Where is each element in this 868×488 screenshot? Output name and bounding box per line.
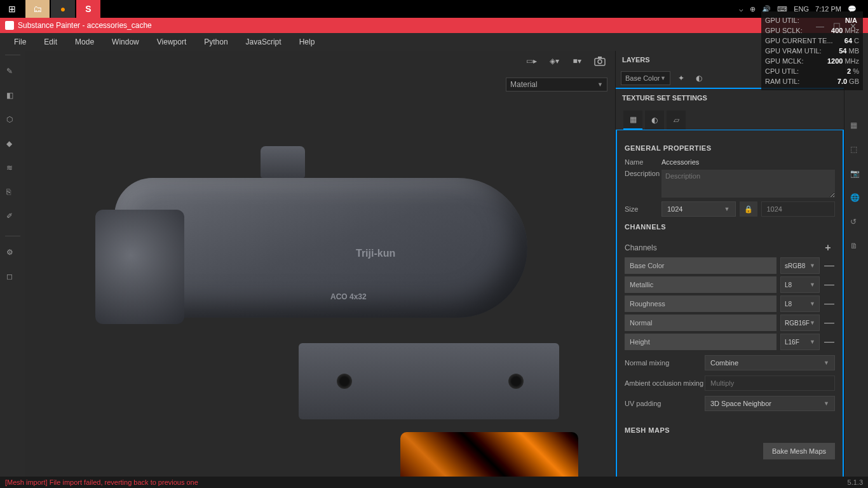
svg-point-1 xyxy=(598,60,602,64)
name-label: Name xyxy=(625,158,661,166)
menu-help[interactable]: Help xyxy=(290,37,324,46)
remove-channel-button[interactable]: — xyxy=(824,298,835,309)
channel-name[interactable]: Roughness xyxy=(625,295,776,312)
screenshot-icon[interactable] xyxy=(592,53,607,69)
tss-panel-header: TEXTURE SET SETTINGS xyxy=(616,89,844,107)
remove-channel-button[interactable]: — xyxy=(824,260,835,271)
description-label: Description xyxy=(625,170,661,177)
effects-icon[interactable]: ✦ xyxy=(674,71,688,85)
ao-mixing-label: Ambient occlusion mixing xyxy=(625,379,705,387)
size-value: 1024 xyxy=(667,205,682,213)
chevron-down-icon: ▼ xyxy=(824,400,829,407)
menu-file[interactable]: File xyxy=(5,37,35,46)
projection-tool-icon[interactable]: ⬡ xyxy=(6,115,19,128)
bake-tool-icon[interactable]: ◻ xyxy=(6,272,19,285)
eyedropper-tool-icon[interactable]: ✐ xyxy=(6,212,19,224)
menu-window[interactable]: Window xyxy=(103,37,148,46)
uv-padding-dropdown[interactable]: 3D Space Neighbor ▼ xyxy=(705,396,835,411)
ov-value: 7.0 xyxy=(837,78,847,85)
maximize-button[interactable]: ☐ xyxy=(833,22,841,31)
ov-label: GPU SCLK: xyxy=(765,27,803,34)
app-icon xyxy=(5,21,14,30)
add-channel-button[interactable]: + xyxy=(821,241,835,255)
channel-format-dropdown[interactable]: L16F▼ xyxy=(780,334,820,350)
ov-label: GPU VRAM UTIL: xyxy=(765,47,822,55)
channel-row: Height L16F▼ — xyxy=(625,334,835,350)
smudge-tool-icon[interactable]: ≋ xyxy=(6,163,19,176)
substance-painter-task-icon[interactable]: S xyxy=(76,0,100,18)
ov-label: GPU MCLK: xyxy=(765,57,804,65)
camera-settings-icon[interactable]: 📷 xyxy=(850,169,863,182)
window-title: Substance Painter - accessories_cache xyxy=(18,21,152,30)
channel-name[interactable]: Base Color xyxy=(625,257,776,274)
size-dropdown[interactable]: 1024 ▼ xyxy=(661,201,736,217)
bake-mesh-maps-button[interactable]: Bake Mesh Maps xyxy=(763,443,835,459)
window-titlebar: Substance Painter - accessories_cache xyxy=(0,18,868,33)
close-button[interactable]: ✕ xyxy=(850,22,857,31)
tss-tab-sphere[interactable]: ◐ xyxy=(645,111,664,130)
remove-channel-button[interactable]: — xyxy=(824,336,835,348)
display-mode-icon[interactable]: ◈▾ xyxy=(546,53,562,69)
general-heading: GENERAL PROPERTIES xyxy=(625,144,835,152)
chevron-down-icon: ▼ xyxy=(810,301,815,307)
settings-tool-icon[interactable]: ⚙ xyxy=(6,248,19,261)
ov-label: RAM UTIL: xyxy=(765,78,799,85)
menu-viewport[interactable]: Viewport xyxy=(148,37,195,46)
layers-channel-dropdown[interactable]: Base Color ▼ xyxy=(621,71,670,85)
channel-name[interactable]: Normal xyxy=(625,315,776,331)
menu-edit[interactable]: Edit xyxy=(35,37,66,46)
start-button[interactable]: ⊞ xyxy=(0,0,24,18)
display-settings-icon[interactable]: ▦ xyxy=(850,121,863,133)
remove-channel-button[interactable]: — xyxy=(824,279,835,290)
channel-name[interactable]: Metallic xyxy=(625,276,776,293)
menu-python[interactable]: Python xyxy=(195,37,236,46)
channel-name[interactable]: Height xyxy=(625,334,776,350)
material-dropdown-label: Material xyxy=(510,80,538,89)
mask-icon[interactable]: ◐ xyxy=(692,71,706,85)
channel-format-dropdown[interactable]: L8▼ xyxy=(780,276,820,293)
channels-heading: CHANNELS xyxy=(625,223,835,231)
status-message: [Mesh import] File import failed, revert… xyxy=(5,478,198,486)
minimize-button[interactable]: — xyxy=(816,22,824,31)
uv-padding-label: UV padding xyxy=(625,400,705,407)
menu-javascript[interactable]: JavaScript xyxy=(237,37,290,46)
shader-settings-icon[interactable]: ⬚ xyxy=(850,145,863,158)
network-icon[interactable]: ⊕ xyxy=(750,5,756,13)
menu-mode[interactable]: Mode xyxy=(66,37,103,46)
normal-mixing-label: Normal mixing xyxy=(625,359,705,367)
polyfill-tool-icon[interactable]: ◆ xyxy=(6,139,19,152)
remove-channel-button[interactable]: — xyxy=(824,317,835,329)
chevron-down-icon: ▼ xyxy=(724,206,730,212)
channel-format-dropdown[interactable]: L8▼ xyxy=(780,295,820,312)
chevron-down-icon: ▼ xyxy=(810,320,815,326)
name-value: Accessories xyxy=(661,158,699,166)
viewport-3d[interactable]: ▭▸ ◈▾ ■▾ Material ▼ Triji-kun ACO 4x32 xyxy=(25,51,615,488)
tss-tab-main[interactable]: ▦ xyxy=(623,111,642,130)
eraser-tool-icon[interactable]: ◧ xyxy=(6,91,19,104)
log-icon[interactable]: 🗎 xyxy=(850,241,863,254)
file-explorer-icon[interactable]: 🗂 xyxy=(25,0,50,18)
chevron-up-icon[interactable]: ⌵ xyxy=(739,5,743,13)
firefox-icon[interactable]: ● xyxy=(51,0,75,18)
brush-tool-icon[interactable]: ✎ xyxy=(6,67,19,79)
description-input[interactable] xyxy=(661,170,835,198)
size-label: Size xyxy=(625,205,661,213)
mesh-engraving-2: ACO 4x32 xyxy=(330,292,367,301)
channel-format-dropdown[interactable]: sRGB8▼ xyxy=(780,257,820,274)
size-lock-button[interactable]: 🔒 xyxy=(740,201,757,217)
system-taskbar: ⊞ 🗂 ● S ⌵ ⊕ 🔊 ⌨ ENG 7:12 PM 💬 xyxy=(0,0,868,18)
clone-tool-icon[interactable]: ⎘ xyxy=(6,187,19,200)
svg-rect-2 xyxy=(598,57,602,58)
environment-icon[interactable]: 🌐 xyxy=(850,193,863,206)
mesh-maps-heading: MESH MAPS xyxy=(625,426,835,434)
layers-title: LAYERS xyxy=(622,56,650,64)
tss-tab-uv[interactable]: ▱ xyxy=(667,111,686,130)
history-icon[interactable]: ↺ xyxy=(850,217,863,230)
channels-sublabel: Channels xyxy=(625,243,657,252)
material-dropdown[interactable]: Material ▼ xyxy=(506,78,607,92)
normal-mixing-dropdown[interactable]: Combine ▼ xyxy=(705,355,835,370)
ov-value: 54 xyxy=(839,47,846,55)
video-icon[interactable]: ■▾ xyxy=(569,53,585,69)
camera-mode-icon[interactable]: ▭▸ xyxy=(524,53,539,69)
channel-format-dropdown[interactable]: RGB16F▼ xyxy=(780,315,820,331)
